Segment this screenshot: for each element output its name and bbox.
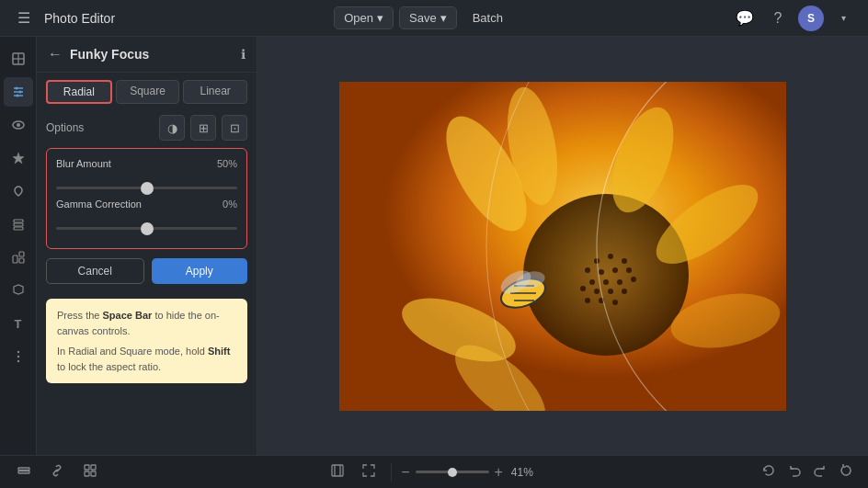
svg-rect-17 [19,258,24,263]
svg-marker-11 [13,153,24,164]
divider [391,463,392,482]
main-layout: T ← Funky Focus ℹ Radial Square Linear O… [0,37,868,455]
panel-title: Funky Focus [70,47,234,62]
svg-point-43 [599,269,604,275]
expand-icon[interactable] [356,463,382,481]
svg-point-8 [16,95,18,97]
zoom-out-icon[interactable]: − [401,464,409,481]
app-title: Photo Editor [44,11,115,26]
svg-point-45 [626,267,632,273]
avatar-chevron-icon[interactable]: ▾ [831,6,857,31]
cancel-button[interactable]: Cancel [46,258,144,284]
link-icon[interactable] [44,463,70,481]
open-chevron-icon: ▾ [377,11,383,25]
options-row: Options ◑ ⊞ ⊡ [37,111,257,148]
batch-button[interactable]: Batch [463,6,513,29]
svg-rect-69 [91,465,96,470]
svg-rect-66 [18,468,29,471]
sidebar-item-export[interactable] [4,276,33,305]
bottom-right [758,463,857,482]
svg-point-41 [622,258,627,264]
sidebar-item-more[interactable] [4,342,33,371]
blur-slider[interactable] [56,187,237,189]
zoom-controls: − + 41% [325,463,536,482]
svg-point-10 [17,123,20,127]
sunflower-svg [339,82,786,411]
fit-icon[interactable] [325,463,350,481]
comment-icon[interactable]: 💬 [732,6,758,31]
redo-icon[interactable] [809,463,831,482]
tab-radial[interactable]: Radial [46,80,112,104]
svg-point-52 [608,289,613,294]
svg-rect-14 [14,227,23,230]
zoom-thumb[interactable] [448,468,457,477]
svg-point-24 [523,194,689,356]
sidebar-item-heal[interactable] [4,176,33,206]
svg-point-48 [617,279,622,285]
svg-point-21 [17,360,18,362]
action-buttons: Cancel Apply [37,249,257,293]
refresh-icon[interactable] [835,463,857,482]
sidebar-item-text[interactable]: T [4,309,33,338]
svg-point-56 [612,300,618,305]
svg-point-50 [580,286,586,291]
svg-point-6 [18,91,21,94]
gamma-value: 0% [208,199,237,210]
canvas-area [257,37,868,455]
save-button[interactable]: Save ▾ [399,6,457,29]
option-frame-btn[interactable]: ⊡ [222,115,247,141]
sidebar-item-view[interactable] [4,110,33,140]
sidebar-item-effects[interactable] [4,143,33,173]
svg-point-54 [585,298,590,303]
back-icon[interactable]: ← [48,46,63,62]
apply-button[interactable]: Apply [152,258,248,284]
open-button[interactable]: Open ▾ [334,6,394,29]
svg-point-4 [15,87,17,90]
sidebar-item-adjust[interactable] [4,77,33,107]
tab-square[interactable]: Square [116,80,180,104]
save-chevron-icon: ▾ [440,11,447,25]
svg-point-46 [589,279,595,285]
sidebar-item-objects[interactable] [4,243,33,272]
tab-linear[interactable]: Linear [183,80,247,104]
options-label: Options [46,121,154,134]
topbar-left: ☰ Photo Editor [11,6,115,31]
svg-point-40 [608,254,613,259]
mode-tabs: Radial Square Linear [37,73,257,111]
canvas-wrapper [339,82,786,411]
svg-point-44 [612,267,618,273]
svg-rect-13 [14,223,23,226]
svg-rect-71 [91,471,96,476]
svg-rect-12 [14,220,23,222]
reset-icon[interactable] [758,463,780,482]
panel-header: ← Funky Focus ℹ [37,37,257,73]
svg-rect-16 [19,252,24,256]
svg-point-49 [631,277,636,282]
blur-slider-container [56,176,237,193]
option-contrast-btn[interactable]: ◑ [159,115,185,141]
sidebar-item-layers[interactable] [4,210,33,239]
icon-sidebar: T [0,37,37,455]
layers-icon[interactable] [11,463,37,481]
hamburger-icon[interactable]: ☰ [11,6,37,31]
svg-rect-15 [13,255,17,263]
zoom-in-icon[interactable]: + [495,464,503,481]
info-icon[interactable]: ℹ [241,47,246,62]
avatar[interactable]: S [798,6,824,31]
undo-icon[interactable] [783,463,805,482]
params-box: Blur Amount 50% Gamma Correction 0% [46,148,247,249]
topbar-right: 💬 ? S ▾ [732,6,857,31]
sidebar-item-crop[interactable] [4,44,33,74]
option-grid-btn[interactable]: ⊞ [190,115,216,141]
zoom-slider[interactable] [416,471,489,473]
svg-rect-68 [85,465,89,470]
gamma-slider[interactable] [56,227,237,230]
blur-label: Blur Amount [56,158,208,169]
topbar-center: Open ▾ Save ▾ Batch [334,6,513,29]
svg-point-19 [17,351,18,353]
grid-icon[interactable] [77,463,103,481]
help-icon[interactable]: ? [765,6,791,31]
svg-point-42 [585,267,590,273]
gamma-label: Gamma Correction [56,199,208,210]
tooltip-box: Press the Space Bar to hide the on-canva… [46,299,247,383]
